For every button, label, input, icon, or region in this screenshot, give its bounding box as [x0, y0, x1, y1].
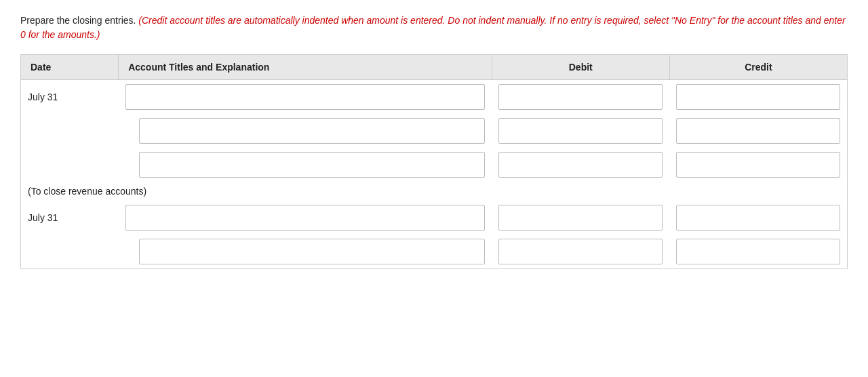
debit-cell-2-1 — [492, 201, 669, 235]
credit-input-1-3[interactable] — [676, 152, 840, 178]
credit-cell-2-2 — [669, 235, 847, 269]
header-account: Account Titles and Explanation — [119, 55, 492, 80]
account-input-1-3[interactable] — [139, 152, 486, 178]
account-input-1-1[interactable] — [125, 84, 486, 110]
credit-input-1-2[interactable] — [676, 118, 840, 144]
instructions: Prepare the closing entries. (Credit acc… — [20, 14, 848, 42]
credit-cell-1-3 — [669, 148, 847, 182]
table-row — [21, 114, 848, 148]
table-row: July 31 — [21, 80, 848, 115]
account-cell-1-3 — [119, 148, 492, 182]
instruction-italic: (Credit account titles are automatically… — [20, 15, 846, 40]
debit-input-2-1[interactable] — [498, 205, 663, 231]
debit-input-2-2[interactable] — [498, 239, 663, 264]
table-header-row: Date Account Titles and Explanation Debi… — [21, 55, 848, 80]
header-date: Date — [21, 55, 119, 80]
header-debit: Debit — [492, 55, 669, 80]
instruction-normal: Prepare the closing entries. — [20, 15, 136, 26]
credit-cell-1-2 — [669, 114, 847, 148]
debit-cell-1-1 — [492, 80, 669, 115]
account-cell-1-1 — [119, 80, 492, 115]
debit-input-1-2[interactable] — [498, 118, 663, 144]
debit-cell-1-2 — [492, 114, 669, 148]
debit-cell-2-2 — [492, 235, 669, 269]
date-cell-empty-3 — [21, 235, 119, 269]
debit-input-1-1[interactable] — [498, 84, 663, 110]
table-row — [21, 148, 848, 182]
date-cell-1: July 31 — [21, 80, 119, 115]
date-cell-2: July 31 — [21, 201, 119, 235]
credit-input-2-1[interactable] — [676, 205, 840, 231]
table-row — [21, 235, 848, 269]
date-cell-empty-2 — [21, 148, 119, 182]
note-row-1: (To close revenue accounts) — [21, 182, 848, 201]
date-cell-empty-1 — [21, 114, 119, 148]
account-input-2-1[interactable] — [125, 205, 486, 231]
credit-cell-2-1 — [669, 201, 847, 235]
credit-cell-1-1 — [669, 80, 847, 115]
credit-input-2-2[interactable] — [676, 239, 840, 264]
note-text-1: (To close revenue accounts) — [21, 182, 848, 201]
account-cell-2-2 — [119, 235, 492, 269]
account-input-1-2[interactable] — [139, 118, 486, 144]
debit-input-1-3[interactable] — [498, 152, 663, 178]
credit-input-1-1[interactable] — [676, 84, 840, 110]
table-row: July 31 — [21, 201, 848, 235]
debit-cell-1-3 — [492, 148, 669, 182]
header-credit: Credit — [669, 55, 847, 80]
journal-table: Date Account Titles and Explanation Debi… — [20, 54, 848, 269]
account-cell-1-2 — [119, 114, 492, 148]
account-cell-2-1 — [119, 201, 492, 235]
account-input-2-2[interactable] — [139, 239, 486, 264]
